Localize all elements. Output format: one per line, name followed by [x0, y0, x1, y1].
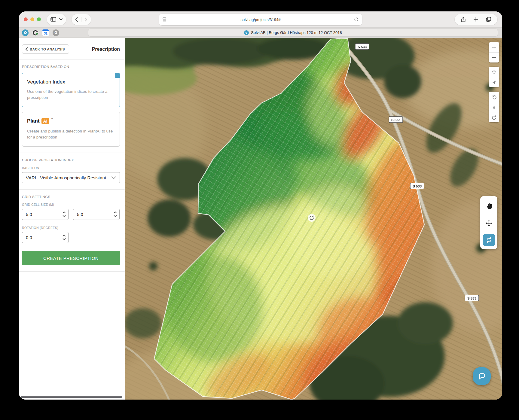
- sidebar-scrollbar[interactable]: [21, 396, 122, 398]
- browser-window: solvi.ag/projects/3194# 31 G Solv: [19, 11, 502, 400]
- share-icon[interactable]: [458, 17, 468, 22]
- card-description: Create and publish a detection in PlantA…: [27, 128, 115, 141]
- road-shield: S 533: [389, 117, 403, 123]
- reload-icon[interactable]: [354, 17, 359, 22]
- g-favicon[interactable]: G: [53, 29, 59, 36]
- zoom-in-button[interactable]: [489, 42, 499, 52]
- zoom-controls: [489, 42, 499, 62]
- traffic-lights: [24, 17, 41, 21]
- back-icon[interactable]: [75, 17, 78, 22]
- stepper-icon[interactable]: [62, 234, 66, 242]
- reader-icon[interactable]: [163, 17, 167, 22]
- stepper-icon[interactable]: [113, 211, 117, 219]
- vegetation-index-select[interactable]: VARI - Visible Atmospherically Resistant: [22, 172, 120, 183]
- vegetation-index-card[interactable]: Vegetation Index Use one of the vegetati…: [22, 73, 120, 107]
- svg-text:S 533: S 533: [413, 184, 422, 188]
- road-shield: S 533: [410, 183, 424, 189]
- based-on-label: BASED ON: [22, 166, 120, 170]
- plantai-card[interactable]: Plant AI ™ Create and publish a detectio…: [22, 112, 120, 147]
- app-favicon[interactable]: [32, 29, 39, 36]
- new-tab-icon[interactable]: [471, 17, 481, 22]
- undo-rotation-icon[interactable]: [489, 92, 499, 102]
- tab-overview-icon[interactable]: [484, 17, 494, 22]
- divider: [81, 17, 81, 22]
- panel-header: BACK TO ANALYSIS Prescription: [19, 38, 125, 59]
- chat-bubble-icon: [477, 372, 486, 380]
- move-grid-tool-icon[interactable]: [483, 217, 495, 229]
- svg-text:S 533: S 533: [391, 118, 400, 122]
- section-label: CHOOSE VEGETATION INDEX: [22, 158, 120, 162]
- select-value: VARI - Visible Atmospherically Resistant: [26, 175, 106, 180]
- section-label: PRESCRIPTION BASED ON: [22, 65, 120, 68]
- create-prescription-button[interactable]: CREATE PRESCRIPTION: [22, 251, 120, 265]
- url-bar[interactable]: solvi.ag/projects/3194#: [159, 14, 362, 25]
- pan-mode-icon[interactable]: [489, 67, 499, 77]
- compass-reset-icon[interactable]: [489, 102, 499, 112]
- sidebar-toggle-icon[interactable]: [50, 17, 56, 22]
- map-canvas[interactable]: S 533 S 533 S 533 S 533: [125, 38, 502, 400]
- grid-cell-size-label: GRID CELL SIZE (M): [22, 203, 120, 206]
- plantai-wordmark: Plant: [27, 118, 40, 124]
- road-shield: S 533: [465, 295, 479, 301]
- tab-title: Solvi AB | Bergs Gård Höstraps 120 m 12 …: [251, 30, 342, 35]
- nav-buttons: [72, 14, 91, 25]
- zoom-window-button[interactable]: [37, 17, 41, 21]
- grid-cell-width-field: [22, 209, 69, 220]
- selected-indicator: [115, 73, 120, 78]
- zoom-out-button[interactable]: [489, 52, 499, 62]
- calendar-favicon[interactable]: 31: [42, 29, 49, 36]
- prescription-panel: BACK TO ANALYSIS Prescription PRESCRIPTI…: [19, 38, 125, 400]
- rotate-grid-tool-icon[interactable]: [483, 234, 495, 246]
- stepper-icon[interactable]: [62, 211, 66, 219]
- minimize-window-button[interactable]: [30, 17, 34, 21]
- hand-pan-tool-icon[interactable]: [483, 200, 495, 212]
- back-to-analysis-button[interactable]: BACK TO ANALYSIS: [22, 44, 69, 54]
- chat-launcher-button[interactable]: [473, 367, 491, 385]
- tab-strip: 31 G Solvi AB | Bergs Gård Höstraps 120 …: [19, 28, 502, 38]
- plantai-logo: Plant AI ™: [27, 118, 115, 124]
- road-shield: S 533: [355, 44, 369, 50]
- rotation-input[interactable]: [22, 232, 69, 243]
- forward-icon[interactable]: [84, 17, 87, 22]
- back-button-label: BACK TO ANALYSIS: [30, 47, 65, 51]
- chevron-down-icon[interactable]: [59, 18, 63, 20]
- chevron-down-icon: [111, 176, 116, 179]
- grid-cell-height-field: [73, 209, 120, 220]
- edit-tool-panel: [480, 196, 497, 249]
- locate-me-icon[interactable]: [489, 77, 499, 87]
- choose-index-section: CHOOSE VEGETATION INDEX BASED ON VARI - …: [19, 153, 125, 189]
- based-on-section: PRESCRIPTION BASED ON Vegetation Index U…: [19, 59, 125, 153]
- grid-cell-height-input[interactable]: [73, 209, 120, 220]
- redo-rotation-icon[interactable]: [489, 112, 499, 122]
- pan-locate-controls: [489, 67, 499, 87]
- solvi-favicon[interactable]: [22, 29, 29, 36]
- page-title: Prescription: [92, 47, 120, 52]
- close-window-button[interactable]: [24, 17, 28, 21]
- grid-cell-width-input[interactable]: [22, 209, 69, 220]
- sidebar-toggle-group: [47, 14, 66, 25]
- grid-rotate-handle[interactable]: [308, 214, 316, 222]
- rotate-controls: [489, 92, 499, 122]
- rotation-field: [22, 232, 69, 243]
- active-tab[interactable]: Solvi AB | Bergs Gård Höstraps 120 m 12 …: [88, 29, 498, 37]
- titlebar: solvi.ag/projects/3194#: [19, 11, 502, 28]
- empty-section: [19, 271, 125, 307]
- url-text: solvi.ag/projects/3194#: [167, 17, 354, 22]
- card-description: Use one of the vegetation indices to cre…: [27, 89, 115, 101]
- tab-favicon: [244, 30, 249, 35]
- window-actions: [455, 14, 497, 25]
- section-label: GRID SETTINGS: [22, 195, 120, 199]
- trademark-symbol: ™: [50, 117, 53, 120]
- svg-text:S 533: S 533: [467, 297, 476, 300]
- rotation-label: ROTATION (DEGREES): [22, 226, 120, 230]
- grid-settings-section: GRID SETTINGS GRID CELL SIZE (M): [19, 189, 125, 271]
- chevron-left-icon: [25, 47, 28, 51]
- svg-text:S 533: S 533: [358, 45, 367, 49]
- map[interactable]: S 533 S 533 S 533 S 533: [125, 38, 502, 400]
- plantai-ai-badge: AI: [41, 118, 49, 124]
- card-title: Vegetation Index: [27, 79, 115, 85]
